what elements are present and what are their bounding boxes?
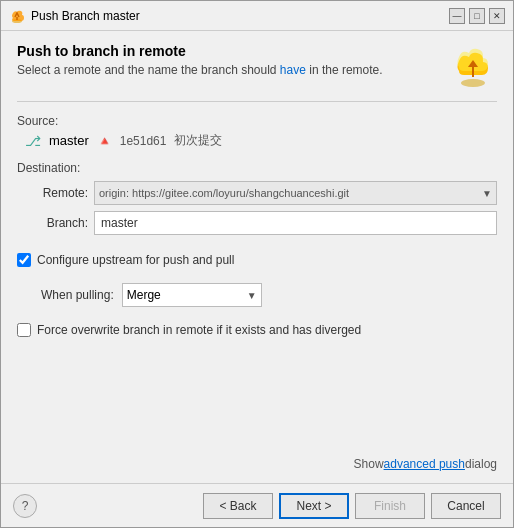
remote-chevron-icon: ▼ bbox=[482, 188, 492, 199]
destination-section: Destination: Remote: origin: https://git… bbox=[17, 161, 497, 241]
header-subtitle: Select a remote and the name the branch … bbox=[17, 63, 449, 77]
merge-select[interactable]: Merge ▼ bbox=[122, 283, 262, 307]
force-overwrite-label: Force overwrite branch in remote if it e… bbox=[37, 323, 361, 337]
minimize-button[interactable]: — bbox=[449, 8, 465, 24]
cancel-button[interactable]: Cancel bbox=[431, 493, 501, 519]
header-section: Push to branch in remote Select a remote… bbox=[17, 43, 497, 91]
commit-icon: 🔺 bbox=[97, 134, 112, 148]
subtitle-highlight: have bbox=[280, 63, 306, 77]
close-button[interactable]: ✕ bbox=[489, 8, 505, 24]
dialog-content: Push to branch in remote Select a remote… bbox=[1, 31, 513, 483]
source-label: Source: bbox=[17, 114, 497, 128]
finish-button[interactable]: Finish bbox=[355, 493, 425, 519]
title-bar-controls: — □ ✕ bbox=[449, 8, 505, 24]
source-row: ⎇ master 🔺 1e51d61 初次提交 bbox=[17, 132, 497, 149]
source-section: Source: ⎇ master 🔺 1e51d61 初次提交 bbox=[17, 114, 497, 149]
remote-select-value: origin: https://gitee.com/loyuru/shangch… bbox=[99, 187, 349, 199]
configure-upstream-label: Configure upstream for push and pull bbox=[37, 253, 234, 267]
svg-point-2 bbox=[461, 79, 485, 87]
push-branch-dialog: Push Branch master — □ ✕ Push to branch … bbox=[0, 0, 514, 528]
remote-field-row: Remote: origin: https://gitee.com/loyuru… bbox=[17, 181, 497, 205]
merge-chevron-icon: ▼ bbox=[247, 290, 257, 301]
merge-option-value: Merge bbox=[127, 288, 161, 302]
title-bar-title: Push Branch master bbox=[31, 9, 140, 23]
maximize-button[interactable]: □ bbox=[469, 8, 485, 24]
branch-label: Branch: bbox=[33, 216, 88, 230]
when-pulling-label: When pulling: bbox=[41, 288, 114, 302]
help-button[interactable]: ? bbox=[13, 494, 37, 518]
subtitle-before: Select a remote and the name the branch … bbox=[17, 63, 280, 77]
remote-label: Remote: bbox=[33, 186, 88, 200]
title-bar: Push Branch master — □ ✕ bbox=[1, 1, 513, 31]
force-overwrite-checkbox[interactable] bbox=[17, 323, 31, 337]
remote-select[interactable]: origin: https://gitee.com/loyuru/shangch… bbox=[94, 181, 497, 205]
help-icon: ? bbox=[22, 499, 29, 513]
header-title: Push to branch in remote bbox=[17, 43, 449, 59]
branch-input[interactable] bbox=[94, 211, 497, 235]
dialog-footer: ? < Back Next > Finish Cancel bbox=[1, 483, 513, 527]
footer-left: ? bbox=[13, 494, 37, 518]
footer-right: < Back Next > Finish Cancel bbox=[203, 493, 501, 519]
back-button[interactable]: < Back bbox=[203, 493, 273, 519]
advanced-row: Show advanced push dialog bbox=[17, 457, 497, 471]
source-branch: master bbox=[49, 133, 89, 148]
configure-upstream-checkbox[interactable] bbox=[17, 253, 31, 267]
next-button[interactable]: Next > bbox=[279, 493, 349, 519]
advanced-push-link[interactable]: advanced push bbox=[384, 457, 465, 471]
cloud-upload-icon bbox=[449, 43, 497, 91]
commit-message: 初次提交 bbox=[174, 132, 222, 149]
branch-icon: ⎇ bbox=[25, 133, 41, 149]
commit-hash: 1e51d61 bbox=[120, 134, 167, 148]
advanced-dialog-text: dialog bbox=[465, 457, 497, 471]
advanced-show-text: Show bbox=[354, 457, 384, 471]
destination-label: Destination: bbox=[17, 161, 497, 175]
configure-upstream-row: Configure upstream for push and pull bbox=[17, 253, 497, 267]
title-bar-icon bbox=[9, 8, 25, 24]
branch-field-row: Branch: bbox=[17, 211, 497, 235]
when-pulling-row: When pulling: Merge ▼ bbox=[41, 283, 497, 307]
force-overwrite-row: Force overwrite branch in remote if it e… bbox=[17, 323, 497, 337]
title-bar-left: Push Branch master bbox=[9, 8, 140, 24]
header-text: Push to branch in remote Select a remote… bbox=[17, 43, 449, 77]
divider-1 bbox=[17, 101, 497, 102]
subtitle-after: in the remote. bbox=[306, 63, 383, 77]
